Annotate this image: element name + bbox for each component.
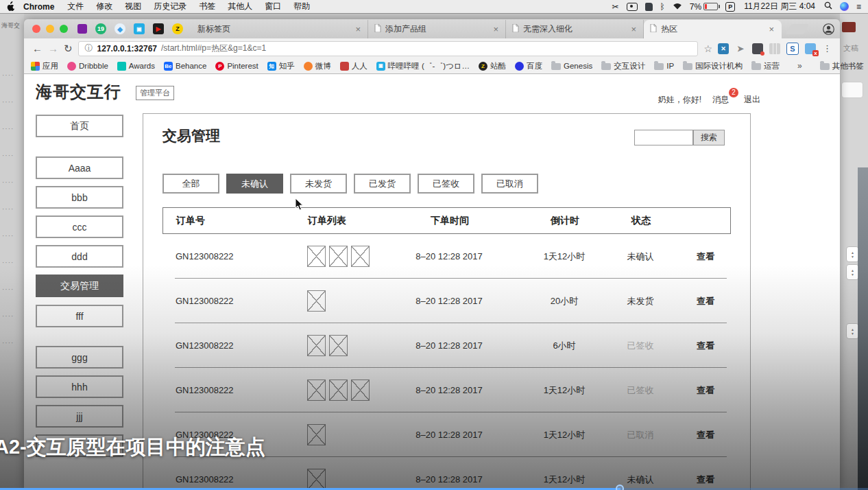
messages-link[interactable]: 消息 2 [712, 94, 733, 106]
reload-icon[interactable]: ↻ [64, 43, 73, 54]
youtube-icon[interactable]: ▶ [153, 23, 164, 34]
filter-cancelled[interactable]: 已取消 [481, 174, 538, 194]
bluetooth-icon[interactable]: ᛒ [660, 3, 665, 11]
sidebar-item-hhh[interactable]: hhh [36, 375, 123, 398]
bookmarks-overflow-icon[interactable]: » [797, 61, 802, 71]
axure-extension-icon[interactable]: ✕ [718, 43, 729, 54]
wifi-icon[interactable] [673, 2, 682, 12]
menu-window[interactable]: 窗口 [258, 1, 287, 12]
bookmark-pinterest[interactable]: PPinterest [215, 62, 258, 71]
image-placeholder [307, 290, 326, 312]
sidebar-item-ddd[interactable]: ddd [36, 245, 123, 268]
bookmark-weibo[interactable]: 微博 [304, 61, 331, 71]
view-link[interactable]: 查看 [685, 279, 726, 323]
view-link[interactable]: 查看 [685, 234, 726, 279]
close-tab-icon[interactable]: × [492, 24, 500, 34]
evernote-icon[interactable] [645, 3, 653, 11]
bookmark-folder-genesis[interactable]: Genesis [551, 62, 592, 70]
recorder-extension-icon[interactable] [752, 43, 763, 54]
bookmark-folder-ip[interactable]: IP [654, 62, 674, 70]
tab-new-tab-page[interactable]: 新标签页 × [191, 20, 368, 38]
bilibili-icon[interactable]: ▣ [134, 23, 145, 34]
gem-icon[interactable]: ◆ [114, 23, 125, 34]
minimize-window-button[interactable] [46, 25, 54, 33]
bookmark-zhihu[interactable]: 知知乎 [267, 61, 295, 71]
battery-indicator[interactable]: 7% [690, 2, 718, 12]
sidebar-item-fff[interactable]: fff [36, 305, 123, 327]
filter-all[interactable]: 全部 [162, 174, 219, 194]
menu-app-name[interactable]: Chrome [16, 2, 61, 12]
purple-app-icon[interactable] [77, 24, 87, 34]
info-icon[interactable]: ⓘ [85, 43, 93, 54]
menu-file[interactable]: 文件 [61, 1, 90, 12]
video-progress-handle[interactable] [616, 485, 624, 490]
tab-no-deep-detail[interactable]: 无需深入细化 × [506, 20, 644, 38]
scissors-icon[interactable]: ✂ [612, 3, 619, 11]
spotlight-search-icon[interactable] [824, 1, 832, 12]
view-link[interactable]: 查看 [685, 412, 726, 457]
close-tab-icon[interactable]: × [767, 24, 775, 34]
bookmark-folder-interaction-design[interactable]: 交互设计 [601, 61, 645, 71]
close-window-button[interactable] [32, 25, 40, 33]
site-logo[interactable]: 海哥交互行 [36, 81, 121, 103]
menu-history[interactable]: 历史记录 [147, 1, 193, 12]
view-link[interactable]: 查看 [685, 323, 726, 368]
sidebar-item-bbb[interactable]: bbb [36, 186, 123, 209]
siri-icon[interactable] [840, 2, 849, 11]
sidebar-item-ccc[interactable]: ccc [36, 215, 123, 238]
bookmark-zcool[interactable]: Z站酷 [479, 61, 506, 71]
profile-icon[interactable] [823, 23, 834, 35]
bookmark-folder-operations[interactable]: 运营 [751, 61, 780, 71]
sidebar-item-transactions[interactable]: 交易管理 [36, 275, 123, 297]
menu-help[interactable]: 帮助 [287, 1, 316, 12]
zcool-icon[interactable]: Z [172, 23, 183, 34]
filter-received[interactable]: 已签收 [418, 174, 474, 194]
menu-bookmarks[interactable]: 书签 [193, 1, 221, 12]
address-bar[interactable]: ⓘ 127.0.0.1:32767/start.html#p=热区&g=1&c=… [78, 41, 699, 56]
bookmark-baidu[interactable]: 百度 [515, 61, 542, 71]
chrome-menu-icon[interactable]: ⋮ [823, 43, 832, 54]
sidebar-item-home[interactable]: 首页 [36, 115, 123, 137]
view-link[interactable]: 查看 [685, 368, 726, 412]
parallels-icon[interactable]: P [725, 2, 735, 12]
search-button[interactable]: 搜索 [693, 130, 725, 145]
filter-unshipped[interactable]: 未发货 [290, 174, 347, 194]
view-link[interactable]: 查看 [685, 457, 726, 490]
menu-people[interactable]: 其他人 [221, 1, 258, 12]
back-icon[interactable]: ← [32, 43, 43, 54]
apple-icon[interactable] [7, 1, 15, 12]
bookmark-folder-intl-design[interactable]: 国际设计机构 [683, 61, 743, 71]
menu-edit[interactable]: 修改 [90, 1, 119, 12]
filter-unconfirmed[interactable]: 未确认 [226, 174, 283, 194]
bookmark-apps[interactable]: 应用 [31, 61, 58, 71]
menubar-clock[interactable]: 11月22日 周三 4:04 [743, 1, 817, 12]
new-tab-button[interactable] [786, 24, 809, 34]
search-input[interactable] [634, 130, 693, 145]
bookmark-behance[interactable]: BeBehance [164, 62, 206, 71]
axure-x-extension-icon[interactable] [805, 43, 816, 54]
sidebar-item-ggg[interactable]: ggg [36, 346, 123, 369]
bookmark-bilibili[interactable]: ▣哔哩哔哩 (゜-゜)つロ… [376, 61, 470, 71]
sidebar-item-jjj[interactable]: jjj [36, 405, 123, 428]
screen-record-icon[interactable] [627, 3, 638, 11]
s-extension-icon[interactable]: S [786, 43, 799, 55]
close-tab-icon[interactable]: × [629, 24, 638, 34]
green-badge-icon[interactable]: 19 [95, 23, 106, 34]
cursor-extension-icon[interactable]: ➤ [735, 43, 746, 54]
filter-shipped[interactable]: 已发货 [354, 174, 411, 194]
columns-extension-icon[interactable] [769, 43, 780, 54]
logout-link[interactable]: 退出 [744, 94, 760, 106]
close-tab-icon[interactable]: × [354, 24, 362, 34]
bookmark-star-icon[interactable]: ☆ [703, 43, 712, 54]
other-bookmarks-folder[interactable]: 其他书签 [820, 61, 864, 71]
sidebar-item-aaaa[interactable]: Aaaa [36, 156, 123, 179]
tab-add-product-group[interactable]: 添加产品组 × [368, 20, 506, 38]
zoom-window-button[interactable] [60, 25, 68, 33]
bookmark-awards[interactable]: Awards [117, 62, 155, 71]
menu-view[interactable]: 视图 [119, 1, 147, 12]
forward-icon[interactable]: → [48, 43, 58, 54]
bookmark-renren[interactable]: 人人 [340, 61, 367, 71]
tab-hot-zone[interactable]: 热区 × [644, 20, 782, 38]
bookmark-dribbble[interactable]: Dribbble [67, 62, 108, 71]
notification-list-icon[interactable]: ≡ [856, 3, 861, 11]
